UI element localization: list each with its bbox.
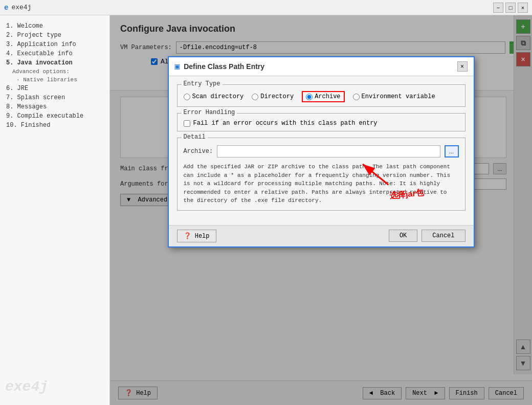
radio-environment-variable[interactable]: Environment variable bbox=[353, 93, 435, 100]
error-handling-legend: Error Handling bbox=[182, 109, 237, 116]
description-text: Add the specified JAR or ZIP archive to … bbox=[184, 163, 459, 205]
right-content: Configure Java invocation VM Parameters:… bbox=[110, 15, 532, 405]
sidebar: 1. Welcome 2. Project type 3. Applicatio… bbox=[0, 15, 110, 405]
dialog-footer: ❓ Help OK Cancel bbox=[169, 225, 474, 246]
archive-label: Archive: bbox=[184, 148, 213, 155]
radio-scan-directory-input[interactable] bbox=[184, 94, 190, 100]
define-classpath-dialog: ▣ Define Class Path Entry × Entry Type S… bbox=[168, 56, 475, 248]
radio-archive[interactable]: Archive bbox=[302, 91, 344, 102]
sidebar-item-finished[interactable]: 10. Finished bbox=[4, 121, 105, 130]
sidebar-item-java-invocation[interactable]: 5. Java invocation bbox=[4, 58, 105, 68]
dialog-close-button[interactable]: × bbox=[457, 61, 468, 72]
error-handling-checkbox[interactable] bbox=[184, 120, 190, 127]
sidebar-item-project-type[interactable]: 2. Project type bbox=[4, 31, 105, 40]
sidebar-item-jre[interactable]: 6. JRE bbox=[4, 84, 105, 93]
radio-environment-variable-input[interactable] bbox=[353, 94, 360, 100]
browse-button[interactable]: ... bbox=[445, 145, 459, 158]
close-button[interactable]: × bbox=[518, 3, 528, 13]
sidebar-item-native-libraries[interactable]: · Native libraries bbox=[4, 76, 105, 84]
sidebar-item-executable-info[interactable]: 4. Executable info bbox=[4, 49, 105, 58]
window-controls: − □ × bbox=[493, 3, 528, 13]
archive-input[interactable] bbox=[217, 145, 440, 158]
main-layout: 1. Welcome 2. Project type 3. Applicatio… bbox=[0, 15, 532, 405]
radio-scan-directory[interactable]: Scan directory bbox=[184, 93, 244, 100]
error-handling-checkbox-row: Fail if an error occurs with this class … bbox=[184, 120, 459, 127]
sidebar-advanced-options-label: Advanced options: bbox=[4, 68, 105, 76]
sidebar-item-application-info[interactable]: 3. Application info bbox=[4, 40, 105, 49]
error-handling-label: Fail if an error occurs with this class … bbox=[193, 120, 378, 127]
archive-row: Archive: ... bbox=[184, 145, 459, 158]
dialog-cancel-button[interactable]: Cancel bbox=[422, 230, 465, 242]
radio-directory-input[interactable] bbox=[252, 94, 258, 100]
dialog-title-text: Define Class Path Entry bbox=[184, 62, 264, 71]
error-handling-section: Error Handling Fail if an error occurs w… bbox=[177, 113, 465, 131]
minimize-button[interactable]: − bbox=[493, 3, 503, 13]
sidebar-item-messages[interactable]: 8. Messages bbox=[4, 102, 105, 111]
dialog-footer-right: OK Cancel bbox=[389, 230, 465, 242]
title-bar-left: e exe4j bbox=[4, 4, 31, 12]
dialog-icon: ▣ bbox=[175, 61, 180, 72]
dialog-body: Entry Type Scan directory Directory bbox=[169, 76, 474, 225]
detail-legend: Detail bbox=[182, 133, 208, 141]
modal-overlay: ▣ Define Class Path Entry × Entry Type S… bbox=[110, 15, 532, 405]
sidebar-item-compile-executable[interactable]: 9. Compile executable bbox=[4, 111, 105, 121]
radio-directory[interactable]: Directory bbox=[252, 93, 294, 100]
radio-row: Scan directory Directory Archive bbox=[184, 91, 459, 102]
dialog-ok-button[interactable]: OK bbox=[389, 230, 417, 242]
detail-section: Detail Archive: ... Add the specified JA… bbox=[177, 138, 465, 211]
app-icon: e bbox=[4, 4, 8, 12]
dialog-title-left: ▣ Define Class Path Entry bbox=[175, 61, 265, 72]
entry-type-legend: Entry Type bbox=[182, 80, 223, 87]
title-bar: e exe4j − □ × bbox=[0, 0, 532, 15]
sidebar-item-splash-screen[interactable]: 7. Splash screen bbox=[4, 93, 105, 102]
sidebar-watermark: exe4j bbox=[5, 379, 48, 395]
app-title: exe4j bbox=[11, 4, 31, 11]
dialog-help-button[interactable]: ❓ Help bbox=[177, 230, 216, 242]
maximize-button[interactable]: □ bbox=[505, 3, 516, 13]
sidebar-item-welcome[interactable]: 1. Welcome bbox=[4, 21, 105, 31]
radio-archive-input[interactable] bbox=[306, 94, 313, 100]
entry-type-section: Entry Type Scan directory Directory bbox=[177, 84, 465, 107]
dialog-title-bar: ▣ Define Class Path Entry × bbox=[169, 57, 474, 76]
